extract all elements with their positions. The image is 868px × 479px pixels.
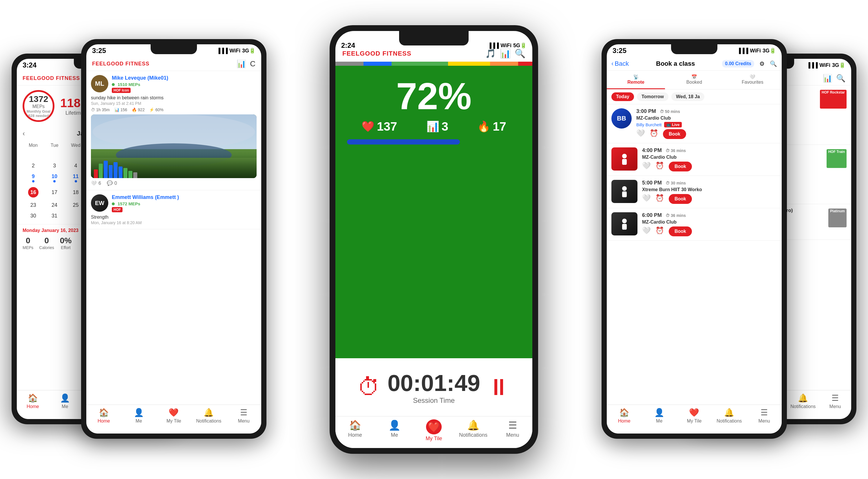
class-item-3: 5:00 PM ⏱ 30 mins Xtreme Burn HIIT 30 Wo… [607,176,782,208]
search-icon[interactable]: C [250,59,255,68]
cal-cell[interactable]: 24 [44,200,65,211]
cal-cell[interactable]: 31 [44,211,65,221]
cal-cell-today[interactable]: 16 [23,185,44,200]
nav-home-label: Home [27,404,39,409]
nav-menu[interactable]: ☰ Menu [747,408,782,424]
heart-action[interactable]: 🤍 [642,226,651,236]
alarm-action[interactable]: ⏰ [650,129,658,139]
phone-book: 3:25 ▐▐▐ WiFi 3G🔋 ‹ Back Book a class 0.… [601,39,787,439]
cal-cell[interactable] [44,150,65,160]
cal-cell[interactable]: 17 [44,185,65,200]
nav-me-label: Me [391,432,398,438]
post1-name[interactable]: Mike Leveque (Mike01) [112,75,257,81]
nav-home[interactable]: 🏠 Home [17,393,49,409]
nav-my-tile[interactable]: ❤️ My Tile [677,408,712,424]
nav-menu[interactable]: ☰ Menu [226,408,261,424]
heart-action[interactable]: 🤍 [636,129,645,139]
music-icon[interactable]: 🎵 [485,49,496,59]
svg-point-5 [622,154,627,158]
timer-label: Session Time [388,396,480,405]
book-button-4[interactable]: Book [669,226,692,236]
cal-cell[interactable]: 30 [23,211,44,221]
svg-rect-8 [622,191,627,197]
cal-cell[interactable]: 3 [44,160,65,171]
post1-image [91,115,257,178]
cal-cell[interactable]: 10 [44,171,65,185]
nav-menu-label: Menu [830,404,841,409]
class4-time: 6:00 PM ⏱ 36 mins [642,212,777,218]
cal-cell[interactable] [23,150,44,160]
main-scene: 3:24 ▐▐▐ WiFi 3G🔋 FEELGOOD FITNESS 📊 🔍 1… [0,0,868,479]
nav-tile-label: My Tile [426,436,442,442]
nav-home[interactable]: 🏠 Home [335,419,375,438]
phone2-notch [151,44,197,54]
day-wed[interactable]: Wed, 18 Ja [671,92,704,101]
phone2-status-icons: ▐▐▐ WiFi 3G🔋 [217,47,255,54]
cal-cell[interactable]: 23 [23,200,44,211]
book-button-2[interactable]: Book [669,162,692,171]
nav-me[interactable]: 👤 Me [121,408,156,424]
post1-avatar[interactable]: ML [91,75,108,92]
comment-action[interactable]: 💬 0 [107,181,117,186]
heart-action[interactable]: 🤍 [642,194,651,204]
search-icon[interactable]: 🔍 [515,49,525,59]
zone-pct: 72% [347,77,521,115]
alarm-action[interactable]: ⏰ [655,226,664,236]
post2-header: EW Emmett Williams (Emmett ) 1572 MEPs H… [91,194,257,212]
activity-icon[interactable]: 📊 [237,59,246,68]
wifi-icon: WiFi [819,62,830,68]
class-item-4: 6:00 PM ⏱ 36 mins MZ-Cardio Club 🤍 ⏰ Boo… [607,208,782,241]
heart-action[interactable]: 🤍 [642,162,651,171]
signal-icon: ▐▐▐ [807,62,817,68]
filter-icon[interactable]: ⚙ [760,60,765,67]
nav-menu[interactable]: ☰ Menu [493,419,532,438]
nav-home[interactable]: 🏠 Home [607,408,642,424]
calendar-prev[interactable]: ‹ [23,129,25,137]
zone-yellow [448,62,490,66]
activity-icon[interactable]: 📊 [500,49,510,59]
search-icon[interactable]: 🔍 [836,74,845,83]
alarm-action[interactable]: ⏰ [655,194,664,204]
day-today[interactable]: Today [611,92,634,101]
flame-icon: 🔥 [477,121,490,133]
back-button[interactable]: ‹ Back [611,60,629,67]
alarm-action[interactable]: ⏰ [655,162,664,171]
wf-dave-badge: HOF Train [827,149,846,168]
nav-me[interactable]: 👤 Me [49,393,81,409]
phone2-header-icons: 📊 C [237,59,255,68]
phone1-time: 3:24 [23,61,36,69]
tab-favourites[interactable]: 🤍 Favourites [723,71,782,89]
phone-workout: 2:24 ▐▐▐ WiFi 5G🔋 FEELGOOD FITNESS 🎵 📊 🔍 [330,25,538,454]
nav-my-tile[interactable]: ❤️ My Tile [414,419,454,442]
book-button-3[interactable]: Book [669,194,692,204]
nav-me[interactable]: 👤 Me [642,408,677,424]
day-tomorrow[interactable]: Tomorrow [637,92,669,101]
book-button-1[interactable]: Book [663,129,686,139]
timer-start-icon[interactable]: ⏱ [358,374,380,401]
nav-my-tile[interactable]: ❤️ My Tile [156,408,191,424]
like-action[interactable]: 🤍 6 [91,181,101,186]
class-item-2: 4:00 PM ⏱ 36 mins MZ-Cardio Club 🤍 ⏰ Boo… [607,143,782,176]
activity-icon[interactable]: 📊 [823,74,832,83]
tab-booked-label: Booked [686,79,702,85]
post2-name[interactable]: Emmett Williams (Emmett ) [112,194,257,200]
class1-actions: 🤍 ⏰ Book [636,129,777,139]
search-icon[interactable]: 🔍 [770,60,777,67]
phone3-time: 2:24 [341,41,355,50]
nav-me[interactable]: 👤 Me [375,419,414,438]
wf-guillermo-badge: Platinum [828,209,846,227]
nav-notifications[interactable]: 🔔 Notifications [712,408,747,424]
tab-remote[interactable]: 📡 Remote [607,71,665,89]
nav-notifications[interactable]: 🔔 Notifications [191,408,226,424]
cal-cell[interactable]: 9 [23,171,44,185]
cal-cell[interactable]: 2 [23,160,44,171]
phone4-screen: 3:25 ▐▐▐ WiFi 3G🔋 ‹ Back Book a class 0.… [607,44,782,434]
nav-notifications[interactable]: 🔔 Notifications [454,419,493,438]
nav-notif-label: Notifications [716,418,742,424]
nav-menu[interactable]: ☰ Menu [819,393,851,409]
nav-home[interactable]: 🏠 Home [86,408,121,424]
tab-booked[interactable]: 📅 Booked [665,71,723,89]
timer-end-icon[interactable]: ⏸ [487,374,510,401]
nav-notifications[interactable]: 🔔 Notifications [787,393,819,409]
post2-avatar[interactable]: EW [91,194,108,212]
